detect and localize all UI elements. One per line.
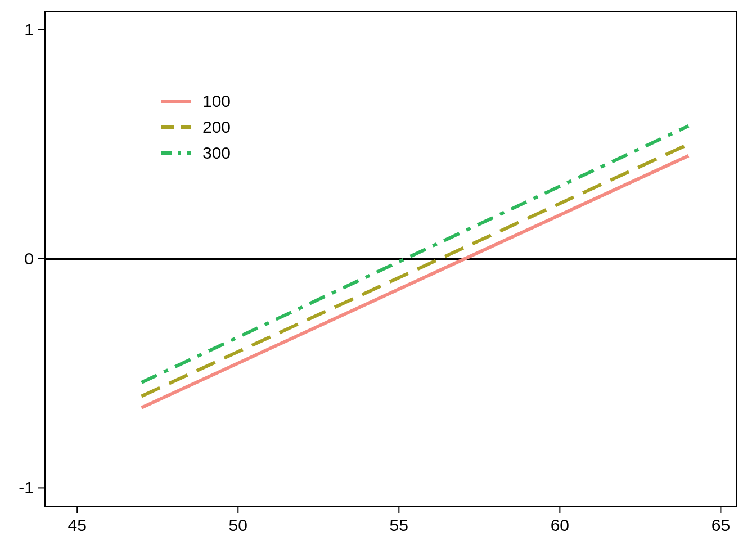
series-line-100 (142, 156, 689, 408)
legend-label: 200 (202, 118, 231, 136)
legend-label: 100 (202, 92, 231, 110)
legend-label: 300 (202, 143, 231, 162)
x-tick-label: 45 (68, 516, 87, 534)
x-tick-label: 65 (712, 516, 730, 534)
legend: 100 200 300 (161, 92, 231, 162)
y-axis-ticks (38, 30, 45, 488)
chart-svg: 45 50 55 60 65 -1 0 1 100 (0, 0, 756, 540)
x-tick-label: 50 (229, 516, 248, 534)
x-axis-ticks (77, 506, 721, 513)
y-axis-labels: -1 0 1 (19, 20, 34, 497)
series-line-200 (142, 144, 689, 396)
x-tick-label: 55 (390, 516, 408, 534)
line-chart: 45 50 55 60 65 -1 0 1 100 (0, 0, 756, 540)
y-tick-label: -1 (19, 478, 34, 497)
x-tick-label: 60 (551, 516, 569, 534)
x-axis-labels: 45 50 55 60 65 (68, 516, 731, 534)
y-tick-label: 1 (24, 20, 34, 39)
series-line-300 (142, 126, 689, 382)
y-tick-label: 0 (24, 249, 34, 268)
